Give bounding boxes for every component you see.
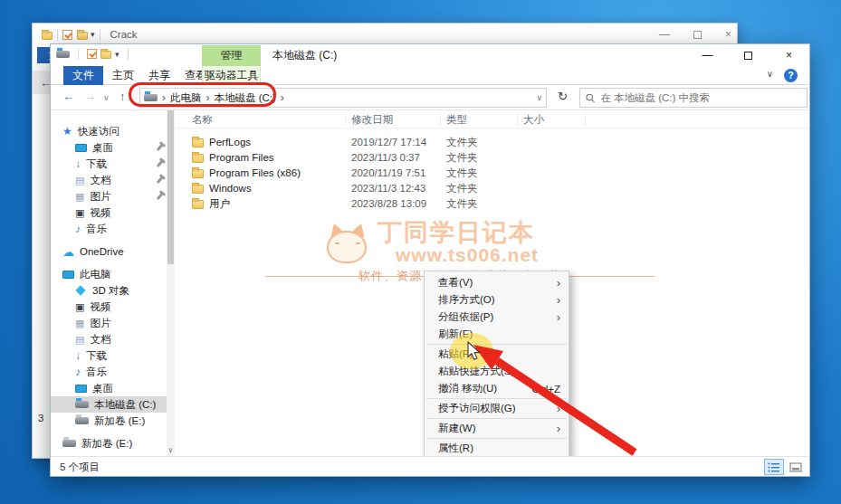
menu-item-label: 撤消 移动(U) — [438, 382, 531, 395]
sidebar-item-onedrive[interactable]: ☁ OneDrive — [51, 243, 167, 260]
menu-item-label: 属性(R) — [438, 442, 560, 455]
divider — [100, 29, 100, 41]
address-row: ← → ∨ ↑ › 此电脑 › 本地磁盘 (C:) › ∨ ↻ — [51, 85, 809, 110]
properties-icon[interactable] — [62, 30, 72, 40]
forward-button[interactable]: → — [84, 90, 96, 103]
menu-item-properties[interactable]: 属性(R) — [425, 440, 569, 457]
sidebar-item-label: 下载 — [86, 349, 107, 363]
menu-item-view[interactable]: 查看(V) › — [425, 274, 569, 291]
file-row[interactable]: PerfLogs 2019/12/7 17:14 文件夹 — [176, 135, 809, 149]
sidebar-item-videos[interactable]: ▣ 视频 — [51, 204, 167, 221]
scrollbar-thumb[interactable] — [167, 110, 174, 264]
file-row[interactable]: Program Files 2023/11/3 0:37 文件夹 — [176, 150, 809, 165]
search-box[interactable] — [579, 88, 808, 108]
sidebar-item-new-volume-root[interactable]: 新加卷 (E:) — [51, 435, 167, 452]
sidebar-item-downloads-pc[interactable]: ↓ 下载 — [51, 347, 167, 364]
column-size[interactable]: 大小 — [518, 113, 586, 126]
file-row[interactable]: 用户 2023/8/28 13:09 文件夹 — [176, 196, 809, 211]
column-modified[interactable]: 修改日期 — [346, 113, 441, 126]
file-row[interactable]: Program Files (x86) 2020/11/19 7:51 文件夹 — [176, 166, 809, 180]
drive-c-icon — [75, 401, 89, 408]
recent-locations-icon[interactable]: ∨ — [103, 93, 110, 102]
minimize-button[interactable]: — — [687, 44, 728, 66]
properties-icon[interactable] — [87, 49, 97, 59]
menu-item-paste-shortcut[interactable]: 粘贴快捷方式(S) — [425, 363, 569, 380]
sidebar-item-local-disk-c[interactable]: 本地磁盘 (C:) — [51, 396, 167, 413]
menu-separator — [426, 398, 567, 399]
sidebar-item-desktop-pc[interactable]: 桌面 — [51, 380, 167, 396]
ribbon-collapse-icon[interactable]: ∨ — [767, 69, 773, 79]
sidebar-item-desktop[interactable]: 桌面 — [51, 139, 167, 156]
tab-home[interactable]: 主页 — [107, 66, 139, 85]
new-folder-icon[interactable] — [100, 51, 111, 59]
download-icon: ↓ — [75, 158, 81, 169]
help-icon[interactable]: ? — [784, 69, 798, 82]
close-button[interactable]: × — [725, 28, 731, 41]
pin-icon — [158, 142, 161, 153]
scroll-down-icon[interactable]: ∨ — [167, 446, 175, 454]
menu-separator — [426, 344, 567, 345]
sidebar-item-music[interactable]: ♪ 音乐 — [51, 221, 167, 237]
close-button[interactable]: × — [769, 44, 809, 66]
tab-drive-tools[interactable]: 驱动器工具 — [202, 66, 261, 85]
qat-customize-icon[interactable]: ▾ — [91, 30, 95, 39]
new-folder-icon[interactable] — [77, 32, 88, 40]
drive-icon — [62, 440, 76, 447]
menu-item-sort-by[interactable]: 排序方式(O) › — [425, 291, 569, 309]
up-button[interactable]: ↑ — [119, 90, 126, 103]
computer-icon — [62, 271, 74, 279]
sidebar-item-3d-objects[interactable]: 3D 对象 — [51, 282, 167, 299]
sidebar-item-quick-access[interactable]: ★ 快速访问 — [51, 123, 167, 139]
pin-icon — [158, 175, 161, 185]
menu-item-refresh[interactable]: 刷新(E) — [425, 326, 569, 343]
menu-item-group-by[interactable]: 分组依据(P) › — [425, 309, 569, 326]
sidebar-item-this-pc[interactable]: 此电脑 — [51, 266, 167, 282]
explorer-titlebar[interactable]: ▾ 管理 本地磁盘 (C:) — × — [51, 44, 809, 66]
sidebar-item-label: 桌面 — [92, 141, 113, 155]
sidebar-item-music-pc[interactable]: ♪ 音乐 — [51, 364, 167, 380]
breadcrumb-local-disk-c[interactable]: 本地磁盘 (C:) — [215, 91, 276, 105]
sidebar-item-documents[interactable]: ▤ 文档 — [51, 172, 167, 188]
sidebar-scrollbar[interactable]: ∨ — [167, 110, 175, 456]
thumbnail-view-button[interactable] — [786, 459, 806, 475]
tab-file[interactable]: 文件 — [63, 66, 103, 85]
file-name: Program Files (x86) — [209, 167, 301, 178]
back-button[interactable]: ← — [62, 90, 74, 103]
column-name[interactable]: 名称 — [176, 113, 346, 126]
file-row[interactable]: Windows 2023/11/3 12:43 文件夹 — [176, 181, 809, 195]
menu-item-give-access[interactable]: 授予访问权限(G) › — [425, 400, 569, 417]
column-headers: 名称 修改日期 类型 大小 — [176, 110, 809, 128]
menu-item-paste[interactable]: 粘贴(P) — [425, 346, 569, 363]
maximize-button[interactable] — [693, 31, 702, 39]
sidebar-item-pictures[interactable]: ▦ 图片 — [51, 188, 167, 204]
divider — [128, 48, 129, 60]
sidebar-item-documents-pc[interactable]: ▤ 文档 — [51, 331, 167, 347]
submenu-arrow-icon: › — [557, 402, 560, 415]
refresh-button[interactable]: ↻ — [558, 90, 568, 103]
submenu-arrow-icon: › — [557, 276, 560, 290]
sidebar-item-downloads[interactable]: ↓ 下载 — [51, 156, 167, 172]
details-view-button[interactable] — [764, 459, 784, 475]
minimize-button[interactable]: — — [659, 28, 670, 41]
sidebar-item-videos-pc[interactable]: ▣ 视频 — [51, 299, 167, 315]
qat-customize-icon[interactable]: ▾ — [115, 50, 119, 59]
address-dropdown-icon[interactable]: ∨ — [536, 93, 542, 102]
breadcrumb-this-pc[interactable]: 此电脑 — [170, 91, 202, 105]
menu-separator — [426, 418, 567, 419]
background-window-titlebar[interactable]: ▾ Crack — × — [33, 24, 737, 45]
tab-share[interactable]: 共享 — [143, 66, 176, 85]
drive-icon — [75, 417, 89, 424]
maximize-button[interactable] — [728, 44, 769, 66]
menu-item-undo-move[interactable]: 撤消 移动(U) Ctrl+Z — [425, 380, 569, 397]
search-input[interactable] — [600, 92, 801, 103]
sidebar-item-label: 3D 对象 — [92, 284, 129, 298]
address-bar[interactable]: › 此电脑 › 本地磁盘 (C:) › ∨ — [139, 88, 547, 108]
sidebar-item-new-volume-e[interactable]: 新加卷 (E:) — [51, 413, 167, 429]
thumbnail-view-icon — [789, 462, 802, 472]
file-modified: 2023/8/28 13:09 — [346, 198, 441, 209]
column-type[interactable]: 类型 — [441, 113, 518, 126]
menu-item-label: 粘贴(P) — [438, 347, 560, 361]
background-status-text: 3 — [38, 413, 43, 423]
menu-item-new[interactable]: 新建(W) › — [425, 420, 569, 437]
sidebar-item-pictures-pc[interactable]: ▦ 图片 — [51, 315, 167, 331]
